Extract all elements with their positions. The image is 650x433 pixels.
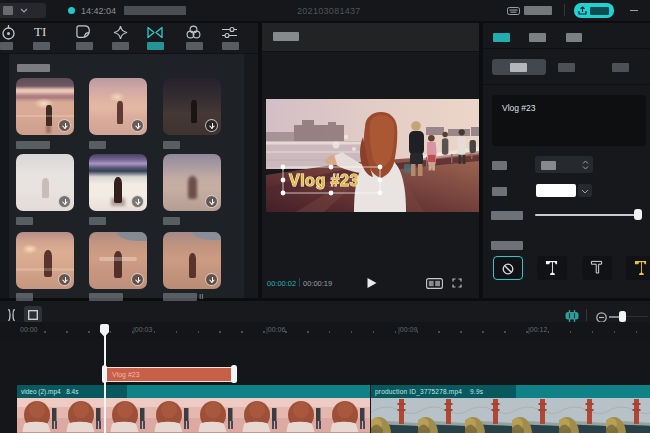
svg-text:Vlog #23: Vlog #23	[289, 172, 359, 189]
